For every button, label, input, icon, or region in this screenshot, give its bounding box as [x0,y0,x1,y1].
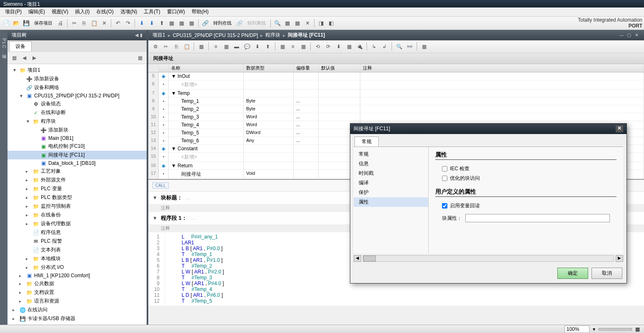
ed-tool-icon[interactable]: ≡ [288,42,297,51]
overview-icon[interactable]: ▦ [136,54,144,62]
ed-tool-icon[interactable]: ▬ [232,42,241,51]
nav-protect[interactable]: 保护 [354,188,428,197]
paste-icon[interactable]: 📋 [90,19,99,28]
tree-main-ob1[interactable]: ▣Main [OB1] [7,134,147,142]
search-icon[interactable]: 🔍 [273,19,282,28]
tool-icon[interactable]: ▦ [293,19,302,28]
status-icon[interactable]: ▦ [635,326,640,332]
zoom-slider[interactable] [599,328,632,331]
minimize-icon[interactable]: — [618,32,625,38]
go-offline-icon[interactable]: 🔗 [235,19,244,28]
tool-icon[interactable]: ▦ [167,19,176,28]
check-readback-box[interactable] [442,203,447,209]
col-type[interactable]: 数据类型 [244,64,294,72]
nav-info[interactable]: 信息 [354,159,428,169]
ed-tool-icon[interactable]: ⬆ [263,42,272,51]
dialog-tab-general[interactable]: 常规 [354,137,379,147]
tree-local-modules[interactable]: ▸📁本地模块 [7,254,147,263]
tree-devices-networks[interactable]: 🔗设备和网络 [7,83,147,92]
code-line[interactable]: 11L D [ AR1 , P#6.0 ] [148,292,644,298]
bc-cpu[interactable]: CPU315_2PN/DP [CPU 315-2 PN/DP] [173,32,258,38]
col-name[interactable]: 名称 [169,64,244,72]
col-default[interactable]: 默认值 [319,64,360,72]
scroll-left-icon[interactable]: ◀ [354,255,361,262]
menu-help[interactable]: 帮助(H) [188,7,212,16]
tree-proxy-data[interactable]: ▸📁设备代理数据 [7,219,147,228]
tree-cpu[interactable]: ▼▣CPU315_2PN/DP [CPU 315-2 PN/DP] [7,92,147,99]
scroll-track[interactable] [363,255,614,262]
collapse-icon[interactable]: ▼ [152,215,157,221]
layout-icon[interactable]: ◨ [317,19,326,28]
tree-add-block[interactable]: ➕添加新块 [7,126,147,134]
check-iec[interactable]: IEC 检查 [435,164,617,174]
close-icon[interactable]: ✕ [303,19,312,28]
tree-hmi[interactable]: ▸▣HMI_1 [KP1200 Comfort] [7,272,147,279]
nav-general[interactable]: 常规 [354,149,428,159]
tree-plc-vars[interactable]: ▸📁PLC 变量 [7,184,147,193]
devices-tab[interactable]: 设备 [9,41,32,51]
ed-tool-icon[interactable]: ⬇ [334,42,343,51]
collapse-icon[interactable]: ◀ [135,32,138,38]
menu-tools[interactable]: 工具(T) [140,7,163,16]
scroll-right-icon[interactable]: ▶ [616,255,623,262]
tree-motor-fc10[interactable]: ▣电机控制 [FC10] [7,142,147,151]
tree-indirect-fc11[interactable]: ▣间接寻址 [FC11] [7,151,147,159]
tree-ext-source[interactable]: ▸📁外部源文件 [7,176,147,184]
maximize-icon[interactable]: ▢ [626,32,632,38]
tool-icon[interactable]: ▦ [177,19,186,28]
ed-tool-icon[interactable]: 💬 [242,42,252,51]
save-icon[interactable]: 💾 [22,19,31,28]
nav-attributes[interactable]: 属性 [354,197,428,207]
save-project-label[interactable]: 保存项目 [32,19,55,27]
delete-icon[interactable]: ✕ [100,19,109,28]
tree-common-data[interactable]: ▸📁公共数据 [7,279,147,288]
dialog-close-icon[interactable]: ✕ [616,125,623,132]
check-optimized-box[interactable] [442,176,447,181]
go-offline-label[interactable]: 转到离线 [245,19,268,27]
block-attr-input[interactable] [465,214,610,222]
compile-icon[interactable]: ⬇ [137,19,146,28]
menu-view[interactable]: 视图(V) [48,7,72,16]
tree-program-blocks[interactable]: ▼📁程序块 [7,117,147,126]
download-icon[interactable]: ⬇ [147,19,156,28]
dialog-title-bar[interactable]: 间接寻址 [FC11] ✕ [350,124,627,134]
menu-insert[interactable]: 插入(I) [72,7,93,16]
bc-blocks[interactable]: 程序块 [265,32,280,39]
ed-tool-icon[interactable]: 👓 [405,42,414,51]
open-project-icon[interactable]: 📂 [12,19,21,28]
back-icon[interactable]: ◀ [20,54,28,62]
ed-tool-icon[interactable]: ▦ [344,42,354,51]
undo-icon[interactable]: ↶ [113,19,122,28]
ed-tool-icon[interactable]: ↳ [369,42,379,51]
var-row[interactable]: 8▪Temp_1Byte... [148,97,644,105]
zoom-dropdown-icon[interactable]: ▾ [593,326,595,332]
ed-tool-icon[interactable]: ⟳ [324,42,333,51]
zoom-input[interactable] [564,326,589,333]
left-side-tab[interactable]: PLC 编... [0,30,7,325]
go-online-label[interactable]: 转到在线 [211,19,234,27]
tree-plc-alarm[interactable]: ✉PLC 报警 [7,237,147,246]
check-iec-box[interactable] [442,166,447,171]
bc-project[interactable]: 项目1 [152,32,165,39]
ed-tool-icon[interactable]: ⚙ [151,42,160,51]
var-row[interactable]: 7◈▼ Temp [148,89,644,97]
tree-datablock-db10[interactable]: ▣Data_block_1 [DB10] [7,159,147,167]
ed-tool-icon[interactable]: 🔌 [355,42,364,51]
call-badge[interactable]: CALL [152,182,169,189]
tree-tool-icon[interactable]: ▦ [10,54,18,62]
tool-icon[interactable]: ▦ [283,19,292,28]
tree-doc-settings[interactable]: ▸📁文档设置 [7,288,147,297]
ed-tool-icon[interactable]: ▦ [222,42,231,51]
ed-tool-icon[interactable]: ≡ [211,42,220,51]
var-row[interactable]: 5◈▼ InOut [148,72,644,80]
tree-add-device[interactable]: ➕添加新设备 [7,75,147,83]
ed-tool-icon[interactable]: 🔍 [394,42,404,51]
redo-icon[interactable]: ↷ [123,19,132,28]
menu-online[interactable]: 在线(O) [93,7,117,16]
col-comment[interactable]: 注释 [360,64,644,72]
tree-io-dist[interactable]: ▸📁分布式 I/O [7,263,147,272]
var-row[interactable]: 6▪<新增> [148,80,644,89]
tree-lang-res[interactable]: ▸📁语言和资源 [7,297,147,306]
tree-online-backup[interactable]: ▸📁在线备份 [7,211,147,219]
code-line[interactable]: 12T #Temp_5 [148,298,644,304]
